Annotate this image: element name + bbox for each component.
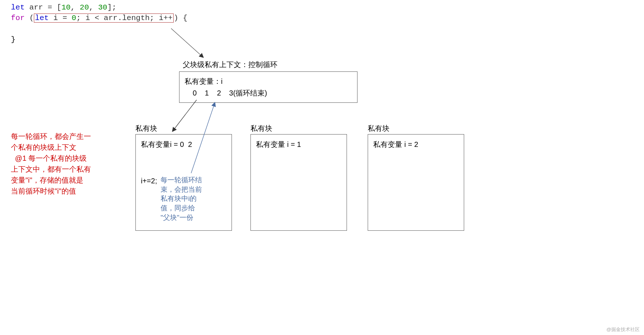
code-line-2: for (let i = 0; i < arr.length; i++) { — [11, 13, 187, 23]
parent-var-values: 0 1 2 3(循环结束) — [185, 87, 352, 99]
private-block-3-title: 私有块 — [368, 124, 390, 133]
code-block: let arr = [10, 20, 30]; for (let i = 0; … — [11, 2, 187, 45]
private-block-1: 私有变量i = 0 2 i+=2; 每一轮循环结 束，会把当前 私有块中i的 值… — [135, 134, 232, 231]
private-block-3: 私有变量 i = 2 — [368, 134, 464, 231]
parent-box-title: 父块级私有上下文：控制循环 — [183, 60, 277, 70]
code-line-3 — [11, 24, 187, 34]
blue-sync-note: 每一轮循环结 束，会把当前 私有块中i的 值，同步给 "父块"一份 — [161, 175, 208, 222]
parent-context-box: 私有变量：i 0 1 2 3(循环结束) — [179, 71, 357, 103]
red-annotation: 每一轮循环，都会产生一 个私有的块级上下文 @1 每一个私有的块级 上下文中，都… — [11, 131, 102, 196]
arrow-parent-to-block1 — [173, 100, 197, 131]
code-line-1: let arr = [10, 20, 30]; — [11, 2, 187, 13]
block1-increment-row: i+=2; 每一轮循环结 束，会把当前 私有块中i的 值，同步给 "父块"一份 — [141, 175, 226, 222]
increment-code: i+=2; — [141, 177, 157, 185]
block2-var: 私有变量 i = 1 — [256, 139, 341, 150]
parent-var-label: 私有变量：i — [185, 75, 352, 87]
code-line-4: } — [11, 34, 187, 45]
for-condition-highlight: let i = 0; i < arr.length; i++ — [34, 13, 174, 23]
private-block-2: 私有变量 i = 1 — [250, 134, 347, 231]
private-block-1-title: 私有块 — [135, 124, 157, 133]
block1-var: 私有变量i = 0 2 — [141, 139, 226, 150]
block3-var: 私有变量 i = 2 — [373, 139, 459, 150]
watermark: @掘金技术社区 — [607, 326, 640, 333]
keyword-let: let — [11, 3, 25, 12]
keyword-for: for — [11, 14, 25, 22]
private-block-2-title: 私有块 — [250, 124, 272, 133]
